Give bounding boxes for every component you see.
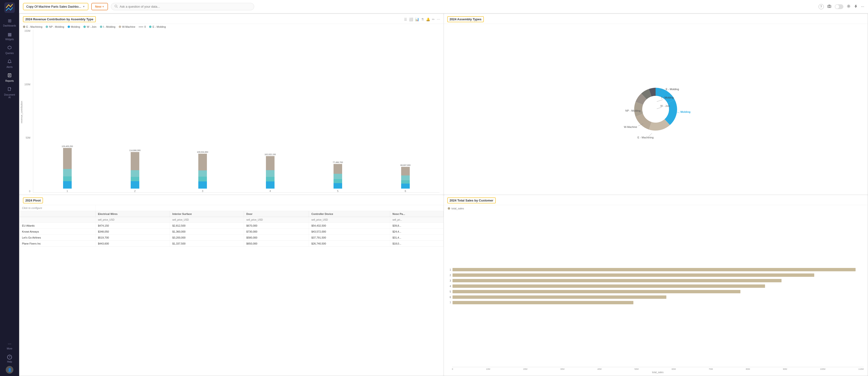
sidebar: ⊞ Dashboards ▦ Widgets Queries Alerts xyxy=(0,0,19,376)
dashboard-title-button[interactable]: Copy Of Machine Parts Sales Dashbo... ▼ xyxy=(23,3,88,10)
app-logo[interactable] xyxy=(4,2,15,13)
camera-icon[interactable] xyxy=(827,4,832,9)
col-header-interior-surface: Interior Surface xyxy=(170,211,244,217)
more-chart-icon[interactable]: ⋯ xyxy=(437,18,440,21)
edit-icon[interactable]: ✏ xyxy=(432,18,435,21)
hbar-label-7: 7 xyxy=(448,301,451,304)
legend-color-w-join xyxy=(83,26,86,28)
reports-icon xyxy=(7,73,12,79)
x-tick-0: 0 xyxy=(452,368,453,370)
legend-w-join: W - Join xyxy=(83,25,96,28)
search-input[interactable] xyxy=(120,5,251,8)
avatar[interactable]: 👤 xyxy=(6,366,13,374)
new-button[interactable]: New + xyxy=(91,3,108,10)
bar-seg-emach-4 xyxy=(266,156,275,170)
hbar-fill-7 xyxy=(453,301,633,304)
sidebar-item-queries[interactable]: Queries xyxy=(1,44,18,56)
document-ai-icon xyxy=(7,87,12,92)
help-circle-icon[interactable]: ? xyxy=(818,4,824,9)
sidebar-label-queries: Queries xyxy=(5,52,13,55)
x-tick-110m: 110M xyxy=(858,368,864,370)
bar-group-6: 68,697,000 6 xyxy=(373,164,437,193)
bar-seg-molding-3 xyxy=(198,181,207,189)
row-customer-3: Let's Go Airlines xyxy=(20,234,96,240)
bar-x-4: 4 xyxy=(270,190,271,193)
sidebar-label-more: More xyxy=(7,347,12,350)
label-e-molding: E - Molding xyxy=(665,88,679,91)
sub-header-nose-price: sell_pri... xyxy=(390,217,443,223)
row-elec-2: $348,050 xyxy=(96,229,170,234)
bar-seg-molding-5 xyxy=(334,183,342,189)
widgets-icon: ▦ xyxy=(8,32,12,37)
sidebar-item-document-ai[interactable]: Document AI xyxy=(1,85,18,100)
search-icon xyxy=(115,4,118,9)
x-tick-100m: 100M xyxy=(820,368,826,370)
x-tick-30m: 30M xyxy=(560,368,564,370)
sidebar-item-help[interactable]: ? Help xyxy=(1,353,18,365)
pivot-table: Click to configure Electrical Wires Inte… xyxy=(20,205,443,247)
legend-color-i-molding xyxy=(100,26,102,28)
legend-color-molding xyxy=(68,26,70,28)
bar-seg-emach-2 xyxy=(131,152,139,170)
x-axis-title: total_sales xyxy=(452,371,864,374)
col-header-empty xyxy=(20,211,96,217)
bar-seg-wjoin-1 xyxy=(63,176,72,181)
bar-seg-np-3 xyxy=(198,170,207,177)
settings-icon[interactable] xyxy=(847,4,850,9)
toggle-switch[interactable] xyxy=(835,4,843,9)
sub-header-empty xyxy=(20,217,96,223)
row-ctrl-2: $43,572,000 xyxy=(309,229,390,234)
hbar-row-5: 5 xyxy=(448,290,864,293)
bolt-icon[interactable] xyxy=(854,4,858,9)
sidebar-item-more[interactable]: ··· More xyxy=(1,340,18,352)
hbar-track-2 xyxy=(453,273,864,277)
topbar: Copy Of Machine Parts Sales Dashbo... ▼ … xyxy=(19,0,868,13)
bar-group-4: 102,022,150 4 xyxy=(238,153,302,193)
hbar-track-6 xyxy=(453,295,864,299)
legend-e-machining: E - Machining xyxy=(23,25,42,28)
hbar-track-7 xyxy=(453,301,864,304)
row-int-2: $1,360,000 xyxy=(170,229,244,234)
svg-point-12 xyxy=(642,96,669,123)
row-elec-4: $443,600 xyxy=(96,240,170,247)
bar-group-1: 129,405,250 1 xyxy=(35,145,99,193)
alert-bell-icon[interactable]: 🔔 xyxy=(426,18,430,21)
hbar-rows: 1 2 3 xyxy=(448,211,864,367)
legend-color-np-molding xyxy=(45,26,48,28)
label-molding: Molding xyxy=(680,110,690,113)
table-row: EU Atlantic $474,150 $2,812,500 $670,000… xyxy=(20,223,443,229)
bar-label-4: 102,022,150 xyxy=(265,153,276,155)
sidebar-item-reports[interactable]: Reports xyxy=(1,71,18,84)
table-row: Plane Fixers Inc $443,600 $1,337,500 $65… xyxy=(20,240,443,247)
hbar-fill-3 xyxy=(453,279,781,282)
sales-legend: total_sales xyxy=(448,207,864,210)
panel-pivot-title: 2024 Pivot xyxy=(23,197,43,203)
sidebar-item-alerts[interactable]: Alerts xyxy=(1,57,18,70)
legend-e-molding: E - Molding xyxy=(149,25,166,28)
sidebar-item-dashboards[interactable]: ⊞ Dashboards xyxy=(1,16,18,29)
hbar-track-5 xyxy=(453,290,864,293)
svg-point-10 xyxy=(829,6,830,7)
row-nose-3: $31,4... xyxy=(390,234,443,240)
hbar-track-1 xyxy=(453,268,864,271)
more-icon: ··· xyxy=(8,341,11,346)
panel-pivot-body[interactable]: Click to configure Electrical Wires Inte… xyxy=(20,205,443,376)
hamburger-icon[interactable]: ☰ xyxy=(404,18,407,21)
sidebar-item-widgets[interactable]: ▦ Widgets xyxy=(1,30,18,42)
bar-seg-emach-6 xyxy=(401,167,410,175)
filter-icon[interactable]: ⚗ xyxy=(421,18,424,21)
bar-label-3: 109,534,650 xyxy=(197,151,208,153)
config-cell[interactable]: Click to configure xyxy=(20,205,96,211)
export-icon[interactable]: ⬜ xyxy=(409,18,413,21)
dashboard-title-text: Copy Of Machine Parts Sales Dashbo... xyxy=(26,5,81,8)
panel-sales-header: 2024 Total Sales by Customer xyxy=(444,195,868,205)
legend-color-zero xyxy=(138,27,143,27)
row-nose-4: $18,0... xyxy=(390,240,443,247)
panel-pivot: 2024 Pivot Click to configure Electrical… xyxy=(20,195,443,376)
bar-label-1: 129,405,250 xyxy=(62,145,73,147)
row-nose-1: $39,8... xyxy=(390,223,443,229)
hbar-fill-5 xyxy=(453,290,740,293)
hbar-row-3: 3 xyxy=(448,279,864,282)
chart-icon[interactable]: 📊 xyxy=(415,18,419,21)
more-options-icon[interactable]: ··· xyxy=(861,4,864,9)
